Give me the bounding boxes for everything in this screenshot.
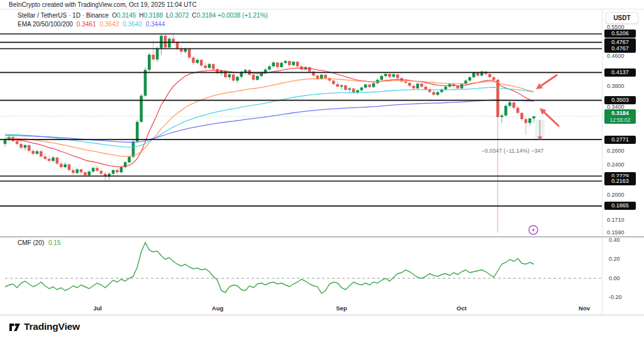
candle-body	[525, 119, 528, 123]
candle-body	[425, 87, 428, 89]
candle-body	[156, 48, 159, 60]
candle-body	[388, 74, 391, 77]
candle-body	[280, 63, 283, 67]
candle-body	[228, 74, 231, 77]
candle-body	[132, 141, 135, 156]
candle-body	[68, 165, 71, 170]
candle-body	[72, 170, 75, 173]
chart-canvas[interactable]	[0, 0, 644, 338]
candle-body	[533, 116, 536, 118]
trend-arrow-shaft[interactable]	[541, 75, 557, 85]
cmf-axis-label: -0.20	[609, 294, 640, 300]
last-price-badge: 0.318412:55:02	[604, 109, 636, 124]
candle-body	[172, 39, 175, 43]
cmf-legend: CMF (20) 0.15	[18, 239, 60, 246]
candle-body	[200, 60, 203, 65]
candle-body	[224, 71, 227, 77]
candle-body	[64, 165, 67, 168]
ema-value: 0.3461	[77, 21, 96, 28]
price-axis-label: 0.4600	[607, 53, 640, 59]
price-level-badge: 0.1865	[604, 202, 636, 210]
time-axis-label-oct[interactable]: Oct	[449, 305, 474, 312]
candle-body	[368, 84, 371, 87]
ema-50-line	[5, 79, 534, 156]
candle-body	[520, 113, 523, 119]
candle-body	[469, 77, 472, 80]
candle-body	[75, 170, 79, 173]
cmf-label: CMF (20)	[18, 239, 44, 246]
cmf-axis-label: 0.00	[609, 275, 640, 281]
ohlc-value: 0.3072	[170, 12, 189, 19]
candle-body	[168, 39, 171, 48]
candle-body	[432, 92, 435, 95]
candle-body	[112, 170, 115, 174]
ema-value: 0.3640	[123, 21, 142, 28]
currency-toggle-button[interactable]: USDT	[606, 12, 638, 24]
trend-arrow-shaft[interactable]	[544, 112, 559, 126]
candle-body	[348, 89, 352, 90]
ohlc-letter: H	[139, 12, 143, 19]
ema-row: EMA 20/50/100/2000.34610.36430.36400.344…	[18, 21, 268, 28]
candle-body	[508, 102, 511, 106]
candle-body	[4, 139, 7, 144]
candle-body	[140, 95, 143, 122]
ema-value: 0.3643	[99, 21, 119, 28]
candle-body	[416, 84, 419, 89]
measure-tool-label: −0.0347 (−11.14%) −347	[460, 148, 565, 154]
candle-body	[196, 60, 199, 63]
candle-body	[344, 85, 347, 90]
candle-body	[80, 170, 83, 173]
candle-body	[420, 84, 423, 87]
tradingview-logo[interactable]: TradingView	[9, 320, 80, 332]
candle-body	[372, 83, 375, 87]
price-level-badge: 0.5206	[604, 30, 636, 38]
candle-body	[513, 102, 516, 108]
time-axis-label-aug[interactable]: Aug	[205, 305, 230, 312]
candle-body	[128, 157, 131, 163]
candle-body	[16, 141, 19, 144]
time-axis-label-nov[interactable]: Nov	[572, 305, 597, 312]
candle-body	[152, 55, 155, 60]
candle-body	[96, 168, 99, 171]
candle-body	[144, 70, 147, 95]
candle-body	[332, 80, 335, 84]
last-price-value: 0.3184	[604, 110, 636, 117]
candle-body	[408, 83, 411, 86]
tradingview-logo-text: TradingView	[24, 321, 80, 332]
candle-body	[192, 58, 195, 63]
candle-body	[252, 75, 255, 80]
tradingview-logo-icon	[9, 320, 21, 332]
candle-body	[56, 158, 59, 164]
price-level-badge: 0.2771	[604, 136, 636, 144]
candle-body	[472, 73, 475, 77]
ema-200-line	[5, 100, 534, 143]
candle-body	[308, 67, 311, 72]
chart-legend: Stellar / TetherUS · 1D · BinanceO0.3145…	[18, 12, 268, 30]
symbol-row: Stellar / TetherUS · 1D · BinanceO0.3145…	[18, 12, 268, 19]
candle-body	[236, 77, 239, 80]
candle-body	[476, 73, 479, 76]
change-value: +0.0038 (+1.21%)	[218, 12, 268, 19]
candle-body	[516, 108, 519, 113]
time-axis-label-sep[interactable]: Sep	[329, 305, 354, 312]
tradingview-chart-screenshot: BeInCrypto created with TradingView.com,…	[0, 0, 644, 338]
symbol-title: Stellar / TetherUS · 1D · Binance	[18, 12, 109, 19]
candle-body	[256, 76, 259, 80]
candle-body	[392, 74, 396, 77]
candle-body	[284, 61, 287, 63]
ohlc-value: 0.3184	[196, 12, 216, 19]
cmf-axis-label: 0.20	[609, 256, 640, 262]
candle-body	[28, 145, 31, 151]
price-axis-label: 0.2400	[607, 161, 640, 168]
candle-body	[504, 106, 508, 115]
candle-body	[460, 84, 464, 89]
candle-body	[352, 89, 355, 92]
ema-20-line	[5, 68, 534, 166]
candle-body	[288, 61, 291, 65]
time-axis-label-jul[interactable]: Jul	[85, 305, 110, 312]
candle-body	[31, 151, 35, 154]
candle-body	[340, 85, 343, 87]
candle-body	[148, 55, 151, 70]
candle-body	[19, 144, 23, 148]
candle-body	[292, 62, 295, 65]
